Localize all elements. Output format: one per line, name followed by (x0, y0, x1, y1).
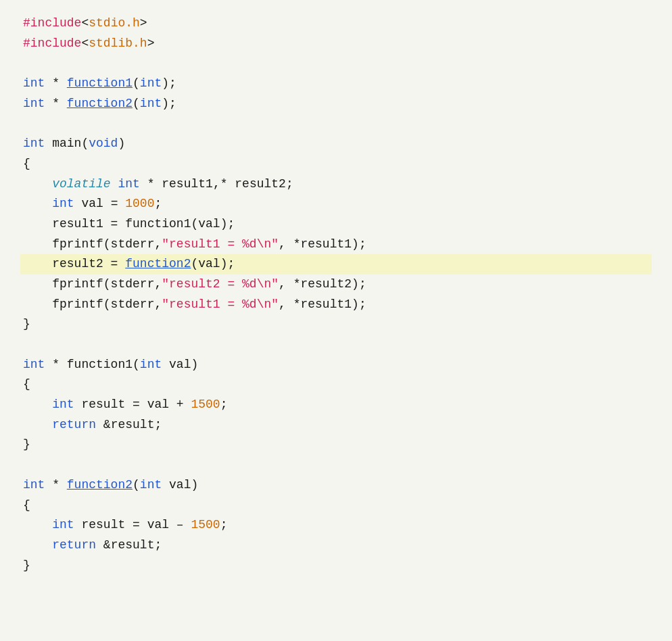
code-line-L10: int val = 1000; (20, 194, 652, 214)
code-line-L20: int result = val + 1500; (20, 395, 652, 415)
code-line-L5: int * function2(int); (20, 94, 652, 114)
token-num: 1000 (125, 197, 154, 210)
code-line-L15: fprintf(stderr,"result1 = %d\n", *result… (20, 295, 652, 315)
token-plain: fprintf(stderr, (23, 298, 162, 311)
token-plain: val = (74, 197, 126, 210)
token-plain (23, 197, 52, 210)
token-fn: function2 (67, 97, 133, 110)
token-kw: int (118, 177, 139, 191)
code-line-L12: fprintf(stderr,"result1 = %d\n", *result… (20, 235, 652, 255)
token-kw: int (140, 76, 162, 90)
code-line-L24: int * function2(int val) (20, 475, 652, 496)
token-fn: function2 (67, 478, 133, 492)
code-line-L2: #include<stdlib.h> (20, 34, 652, 54)
code-line-L4: int * function1(int); (20, 74, 652, 94)
token-plain: } (23, 317, 30, 331)
token-plain: (val); (191, 257, 235, 270)
token-plain: ; (154, 197, 162, 210)
code-line-L9: volatile int * result1,* result2; (20, 174, 652, 195)
token-plain: * result1,* result2; (140, 177, 293, 191)
token-include-file: stdio.h (89, 16, 140, 30)
code-line-L11: result1 = function1(val); (20, 214, 652, 235)
code-block: #include<stdio.h>#include<stdlib.h> int … (20, 14, 652, 575)
code-line-L23 (20, 455, 652, 475)
token-kw-volatile: volatile (52, 177, 110, 191)
token-include-file: stdlib.h (89, 37, 147, 50)
token-kw: int (140, 358, 162, 371)
token-include-kw: #include (23, 16, 81, 30)
token-plain: } (23, 559, 30, 572)
code-line-L3 (20, 53, 652, 74)
token-kw: int (52, 398, 74, 411)
token-kw: int (140, 97, 162, 110)
token-plain: fprintf(stderr, (23, 277, 162, 291)
code-line-L7: int main(void) (20, 134, 652, 154)
token-num: 1500 (191, 518, 220, 531)
code-line-L18: int * function1(int val) (20, 355, 652, 375)
token-kw: int (23, 358, 45, 371)
token-include-kw: #include (23, 37, 81, 50)
token-fn: function2 (125, 257, 191, 270)
token-plain: * (45, 76, 66, 90)
token-plain (23, 177, 52, 191)
token-plain: result1 = function1(val); (23, 217, 235, 231)
code-line-L27: return &result; (20, 536, 652, 556)
token-plain (111, 177, 118, 191)
token-num: 1500 (191, 398, 220, 411)
token-plain: fprintf(stderr, (23, 237, 162, 251)
token-kw: int (140, 478, 162, 492)
token-plain (23, 398, 52, 411)
token-plain: &result; (96, 538, 162, 552)
code-line-L13: result2 = function2(val); (20, 254, 652, 275)
token-plain: { (23, 498, 30, 512)
token-str: "result1 = %d\n" (162, 237, 279, 251)
token-plain (23, 418, 52, 431)
token-plain (23, 518, 52, 531)
token-kw: int (23, 97, 45, 110)
token-plain: > (147, 37, 155, 50)
token-plain (23, 538, 52, 552)
token-kw: int (23, 137, 45, 150)
token-kw: int (23, 76, 45, 90)
code-line-L21: return &result; (20, 415, 652, 435)
token-kw: void (89, 137, 118, 150)
token-plain: < (81, 37, 89, 50)
token-plain: &result; (96, 418, 162, 431)
token-plain: ; (220, 398, 228, 411)
token-plain: > (140, 16, 147, 30)
code-line-L6 (20, 114, 652, 134)
code-line-L22: } (20, 435, 652, 455)
token-plain: ( (133, 478, 140, 492)
token-kw: int (23, 478, 45, 492)
token-plain: ( (133, 97, 140, 110)
token-plain: * (45, 97, 66, 110)
token-plain: ); (162, 97, 183, 110)
token-plain: < (81, 16, 89, 30)
token-plain: ); (162, 76, 183, 90)
token-str: "result2 = %d\n" (162, 277, 279, 291)
token-plain: * (45, 478, 66, 492)
token-plain: { (23, 157, 30, 170)
token-str: "result1 = %d\n" (162, 298, 279, 311)
token-kw: int (52, 518, 74, 531)
code-line-L19: { (20, 375, 652, 395)
token-plain: , *result1); (279, 237, 366, 251)
token-plain: , *result2); (279, 277, 366, 291)
code-line-L17 (20, 335, 652, 355)
token-plain: result2 = (23, 257, 125, 270)
code-line-L1: #include<stdio.h> (20, 14, 652, 34)
token-plain: main( (45, 137, 89, 150)
token-plain: result = val – (74, 518, 191, 531)
code-line-L25: { (20, 496, 652, 516)
token-plain: result = val + (74, 398, 191, 411)
token-plain: ; (220, 518, 228, 531)
token-fn: function1 (67, 76, 133, 90)
token-plain: { (23, 377, 30, 391)
token-plain: , *result1); (279, 298, 366, 311)
code-line-L14: fprintf(stderr,"result2 = %d\n", *result… (20, 275, 652, 295)
token-kw: return (52, 538, 96, 552)
code-line-L28: } (20, 556, 652, 576)
code-line-L26: int result = val – 1500; (20, 515, 652, 536)
token-plain: ) (118, 137, 125, 150)
token-plain: * function1( (45, 358, 139, 371)
